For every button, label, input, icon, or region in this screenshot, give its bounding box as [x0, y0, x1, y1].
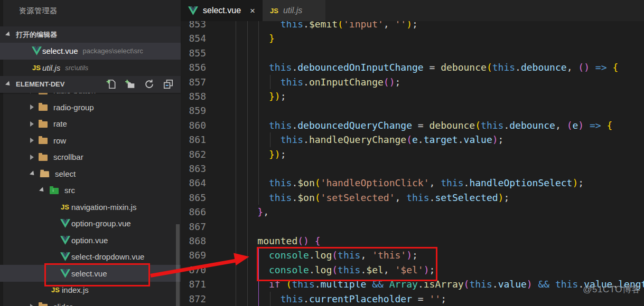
refresh-icon	[144, 79, 154, 89]
line-number[interactable]: 869	[181, 248, 206, 262]
line-number[interactable]: 856	[181, 60, 206, 74]
watermark: @51CTO博客	[583, 283, 641, 295]
line-number[interactable]: 868	[181, 234, 206, 248]
line-number[interactable]: 872	[181, 292, 206, 306]
folder-icon	[39, 138, 48, 144]
annotation-code-box	[257, 247, 437, 281]
tab-select.vue[interactable]: select.vue×	[181, 0, 263, 21]
line-number[interactable]: 862	[181, 147, 206, 161]
line-number[interactable]: 854	[181, 31, 206, 45]
tree-item-navigation-mixin.js[interactable]: JSnavigation-mixin.js	[0, 198, 181, 215]
vue-icon	[60, 252, 70, 261]
js-icon: JS	[60, 203, 70, 211]
tree-item-src[interactable]: src	[0, 182, 181, 199]
line-number[interactable]: 858	[181, 89, 206, 103]
code-line[interactable]: 862});	[181, 147, 644, 161]
tab-label: select.vue	[203, 6, 241, 15]
code-line[interactable]: 858});	[181, 89, 644, 103]
tree-item-label: navigation-mixin.js	[71, 203, 136, 212]
folder-src-icon	[50, 188, 59, 194]
tree-item-rate[interactable]: rate	[0, 116, 181, 132]
code-line-text: mounted() {	[235, 234, 321, 248]
code-line[interactable]: 865this.$on('setSelected', this.setSelec…	[181, 190, 644, 205]
chevron-expanded-icon	[39, 187, 45, 193]
explorer-title: 资源管理器	[19, 6, 58, 16]
open-editor-path: src\utils	[65, 64, 88, 72]
line-number[interactable]: 859	[181, 103, 206, 118]
code-line[interactable]: 859	[181, 103, 644, 118]
tab-util.js[interactable]: JSutil.js	[263, 0, 325, 21]
tree-item-label: slider	[53, 302, 72, 306]
code-line[interactable]: 867	[181, 219, 644, 234]
open-editor-util.js[interactable]: JSutil.jssrc\utils	[0, 60, 181, 77]
vscode-window: 资源管理器 打开的编辑器 select.vuepackages\select\s…	[0, 0, 644, 306]
code-line[interactable]: 856this.debouncedOnInputChange = debounc…	[181, 60, 644, 74]
code-line-text: this.$on('handleOptionClick', this.handl…	[235, 176, 584, 190]
vue-icon	[188, 6, 198, 15]
refresh-icon[interactable]	[144, 79, 154, 90]
sidebar-scrollbar[interactable]	[176, 224, 180, 306]
chevron-collapsed-icon	[30, 155, 34, 160]
code-line-text: });	[235, 147, 286, 161]
vue-icon	[60, 219, 70, 228]
project-header-actions	[106, 76, 173, 93]
new-folder-icon[interactable]	[125, 79, 135, 90]
line-number[interactable]: 871	[181, 277, 206, 291]
code-line[interactable]: 872this.currentPlaceholder = '';	[181, 292, 644, 306]
js-icon: JS	[31, 64, 42, 72]
tree-item-radio-group[interactable]: radio-group	[0, 99, 181, 116]
code-line[interactable]: 857this.onInputChange();	[181, 75, 644, 89]
code-line[interactable]: 866},	[181, 205, 644, 219]
tree-item-scrollbar[interactable]: scrollbar	[0, 149, 181, 166]
close-icon[interactable]: ×	[250, 6, 255, 15]
folder-open-icon	[40, 171, 50, 177]
tree-item-label: src	[64, 186, 75, 195]
line-number[interactable]: 861	[181, 132, 206, 147]
new-file-icon	[106, 79, 116, 89]
tree-item-label: radio-group	[53, 103, 94, 112]
tree-item-option-group.vue[interactable]: option-group.vue	[0, 215, 181, 232]
open-editor-select.vue[interactable]: select.vuepackages\select\src	[0, 43, 181, 60]
line-number[interactable]: 867	[181, 219, 206, 234]
js-icon: JS	[270, 7, 278, 15]
folder-icon	[39, 304, 48, 306]
code-line[interactable]: 864this.$on('handleOptionClick', this.ha…	[181, 176, 644, 190]
tree-item-slider[interactable]: slider	[0, 298, 181, 306]
line-number[interactable]: 855	[181, 46, 206, 60]
line-number[interactable]: 866	[181, 205, 206, 219]
tree-item-select[interactable]: select	[0, 165, 181, 182]
code-line[interactable]: 860this.debouncedQueryChange = debounce(…	[181, 118, 644, 132]
code-line[interactable]: 868mounted() {	[181, 234, 644, 248]
line-number[interactable]: 860	[181, 118, 206, 132]
line-number[interactable]: 857	[181, 75, 206, 89]
code-line-text: });	[235, 89, 286, 103]
code-line[interactable]: 854}	[181, 31, 644, 45]
tree-item-select-dropdown.vue[interactable]: select-dropdown.vue	[0, 248, 181, 265]
code-line-text: }	[235, 31, 275, 45]
new-folder-icon	[125, 79, 135, 89]
tree-item-label: select-dropdown.vue	[71, 252, 144, 261]
code-line-text: this.handleQueryChange(e.target.value);	[235, 132, 503, 147]
collapse-all-icon[interactable]	[163, 79, 173, 90]
open-editor-path: packages\select\src	[83, 47, 143, 55]
line-number[interactable]: 865	[181, 190, 206, 205]
line-number[interactable]: 863	[181, 161, 206, 176]
tree-item-label: option.vue	[71, 236, 108, 245]
tree-item-option.vue[interactable]: option.vue	[0, 232, 181, 248]
code-line-text: this.$on('setSelected', this.setSelected…	[235, 190, 509, 205]
js-icon: JS	[50, 286, 61, 294]
code-line[interactable]: 863	[181, 161, 644, 176]
tree-item-label: select	[55, 169, 76, 178]
open-editor-label: select.vue	[42, 46, 78, 55]
new-file-icon[interactable]	[106, 79, 116, 90]
tree-item-row[interactable]: row	[0, 132, 181, 149]
vue-icon	[31, 46, 42, 55]
project-section-header[interactable]: ELEMENT-DEV	[0, 76, 181, 93]
code-line[interactable]: 861this.handleQueryChange(e.target.value…	[181, 132, 644, 147]
vue-icon	[60, 236, 70, 245]
code-line[interactable]: 855	[181, 46, 644, 60]
code-line-text: this.debouncedOnInputChange = debounce(t…	[235, 60, 618, 74]
line-number[interactable]: 864	[181, 176, 206, 190]
open-editors-header[interactable]: 打开的编辑器	[0, 26, 181, 43]
tree-item-label: row	[53, 136, 66, 145]
